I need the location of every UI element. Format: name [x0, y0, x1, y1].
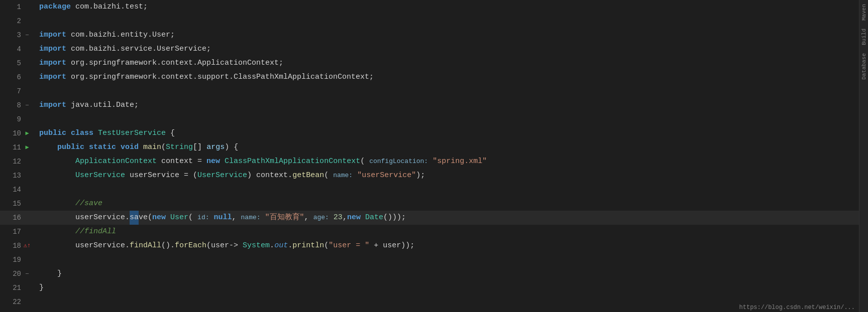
code-token — [353, 169, 357, 183]
code-line: 22 — [0, 295, 859, 309]
code-token: out — [274, 239, 288, 253]
code-content[interactable]: UserService userService = (UserService) … — [35, 169, 859, 183]
code-line: 17 //findAll — [0, 225, 859, 239]
gutter-icon — [23, 17, 31, 25]
line-number-area: 3— — [0, 28, 35, 42]
line-number: 22 — [9, 295, 23, 309]
line-number: 4 — [9, 42, 23, 56]
code-token: getBean — [292, 169, 324, 183]
code-content[interactable]: import org.springframework.context.suppo… — [35, 70, 859, 84]
gutter-icon[interactable]: — — [23, 270, 31, 278]
code-token — [209, 211, 214, 225]
database-panel-label[interactable]: Database — [859, 49, 868, 84]
code-token: } — [39, 267, 62, 281]
line-number: 15 — [9, 197, 23, 211]
line-number-area: 12 — [0, 154, 35, 169]
code-token: name: — [333, 169, 353, 183]
code-token: import — [39, 70, 71, 84]
code-line: 12 ApplicationContext context = new Clas… — [0, 154, 859, 169]
gutter-icon[interactable]: — — [23, 101, 31, 109]
code-content[interactable]: import com.baizhi.entity.User; — [35, 28, 859, 42]
code-content[interactable]: userService.findAll().forEach(user-> Sys… — [35, 239, 859, 253]
fold-gutter-icon[interactable]: — — [26, 28, 29, 42]
code-token: (). — [161, 239, 175, 253]
code-line: 2 — [0, 14, 859, 28]
code-content[interactable]: import org.springframework.context.Appli… — [35, 56, 859, 70]
code-token: new — [347, 211, 365, 225]
line-number: 11 — [9, 140, 23, 154]
gutter-icon — [23, 186, 31, 194]
code-token: void — [121, 140, 143, 154]
code-token: org.springframework.context.support.Clas… — [71, 70, 374, 84]
gutter-icon[interactable]: ▶ — [23, 129, 31, 137]
code-token: age: — [313, 211, 329, 225]
code-token: public — [39, 140, 89, 154]
gutter-icon[interactable]: ⚠↑ — [23, 242, 31, 250]
code-token: import — [39, 98, 71, 112]
code-token — [329, 211, 334, 225]
code-token: userService. — [39, 211, 130, 225]
line-number-area: 6 — [0, 70, 35, 84]
line-number: 6 — [9, 70, 23, 84]
line-number-area: 10▶ — [0, 126, 35, 140]
line-number-area: 17 — [0, 225, 35, 239]
code-line: 5import org.springframework.context.Appl… — [0, 56, 859, 70]
gutter-icon — [23, 214, 31, 222]
fold-gutter-icon[interactable]: — — [26, 98, 29, 112]
code-token: UserService — [75, 169, 125, 183]
gutter-icon[interactable]: ▶ — [23, 143, 31, 151]
build-panel-label[interactable]: Build — [859, 25, 868, 49]
run-gutter-icon[interactable]: ▶ — [25, 140, 29, 154]
code-content[interactable]: package com.baizhi.test; — [35, 0, 859, 14]
code-token: , — [232, 211, 241, 225]
code-token: UserService — [197, 169, 247, 183]
line-number: 1 — [9, 0, 23, 14]
code-line: 14 — [0, 183, 859, 197]
code-content[interactable]: import java.util.Date; — [35, 98, 859, 112]
bottom-url: https://blog.csdn.net/weixin/... — [735, 303, 859, 312]
line-number: 16 — [9, 211, 23, 225]
code-content[interactable]: } — [35, 281, 859, 295]
line-number-area: 13 — [0, 169, 35, 183]
code-content[interactable]: import com.baizhi.service.UserService; — [35, 42, 859, 56]
run-gutter-icon[interactable]: ▶ — [25, 126, 29, 140]
line-number: 13 — [9, 169, 23, 183]
code-token: public — [39, 126, 71, 140]
code-content[interactable]: } — [35, 267, 859, 281]
code-token: //findAll — [75, 225, 116, 239]
line-number: 14 — [9, 183, 23, 197]
maven-panel-label[interactable]: Maven — [859, 0, 868, 25]
gutter-icon[interactable]: — — [23, 31, 31, 39]
line-number-area: 22 — [0, 295, 35, 309]
code-content[interactable]: //findAll — [35, 225, 859, 239]
code-line: 11▶ public static void main(String[] arg… — [0, 140, 859, 154]
code-token: findAll — [130, 239, 161, 253]
code-content[interactable]: //save — [35, 197, 859, 211]
code-token: ApplicationContext — [75, 154, 157, 169]
code-token: import — [39, 56, 71, 70]
fold-gutter-icon[interactable]: — — [26, 267, 29, 281]
code-token: context = — [157, 154, 206, 169]
code-content[interactable]: ApplicationContext context = new ClassPa… — [35, 154, 859, 169]
code-container: 1package com.baizhi.test;23—import com.b… — [0, 0, 859, 312]
code-token: name: — [241, 211, 261, 225]
code-token: ( — [161, 140, 166, 154]
code-token: 23 — [334, 211, 343, 225]
code-token: id: — [197, 211, 209, 225]
code-token: main — [143, 140, 161, 154]
code-token — [39, 197, 75, 211]
code-line: 18⚠↑ userService.findAll().forEach(user-… — [0, 239, 859, 253]
code-token: . — [288, 239, 292, 253]
code-token: import — [39, 42, 71, 56]
line-number-area: 4 — [0, 42, 35, 56]
code-line: 8—import java.util.Date; — [0, 98, 859, 112]
code-line: 1package com.baizhi.test; — [0, 0, 859, 14]
code-token: "userService" — [357, 169, 416, 183]
code-token: org.springframework.context.ApplicationC… — [71, 56, 283, 70]
code-token: sa — [130, 211, 139, 225]
code-content[interactable]: public static void main(String[] args) { — [35, 140, 859, 154]
code-content[interactable]: userService.save(new User( id: null, nam… — [35, 211, 859, 225]
code-token: ( — [360, 154, 369, 169]
code-content[interactable]: public class TestUserService { — [35, 126, 859, 140]
right-panel: Maven Build Database — [859, 0, 868, 312]
